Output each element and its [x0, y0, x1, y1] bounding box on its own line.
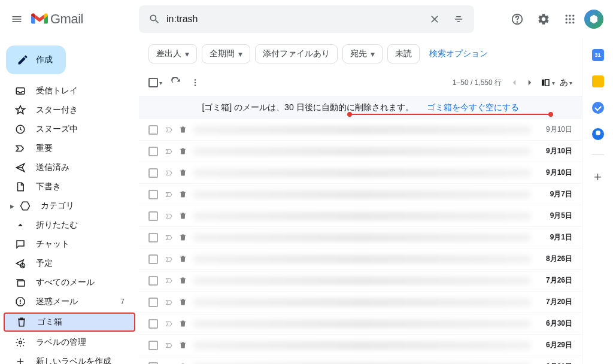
row-checkbox[interactable]: [148, 254, 158, 264]
support-icon[interactable]: [505, 7, 529, 31]
table-row[interactable]: 9月10日: [139, 119, 582, 141]
table-row[interactable]: 9月10日: [139, 141, 582, 162]
calendar-icon[interactable]: [592, 49, 604, 61]
svg-point-15: [20, 304, 21, 304]
spam-icon: [14, 296, 26, 308]
important-marker-icon[interactable]: [165, 298, 174, 307]
next-page-button[interactable]: [524, 77, 535, 88]
row-checkbox[interactable]: [148, 276, 158, 286]
table-row[interactable]: 7月20日: [139, 292, 582, 313]
search-icon[interactable]: [142, 7, 166, 31]
trash-notice: [ゴミ箱] のメールは、30 日後に自動的に削除されます。 ゴミ箱を今すぐ空にす…: [139, 96, 582, 119]
empty-trash-link[interactable]: ゴミ箱を今すぐ空にする: [427, 102, 519, 113]
table-row[interactable]: 6月21日: [139, 356, 582, 364]
important-marker-icon[interactable]: [165, 277, 174, 285]
search-input[interactable]: [166, 14, 423, 25]
filter-attachment[interactable]: 添付ファイルあり: [255, 44, 338, 63]
row-checkbox[interactable]: [148, 298, 158, 307]
compose-button[interactable]: 作成: [6, 46, 66, 74]
row-checkbox[interactable]: [148, 211, 158, 221]
more-button[interactable]: [190, 77, 201, 88]
refresh-button[interactable]: [171, 77, 181, 88]
sidebar-item-allmail[interactable]: すべてのメール: [0, 273, 132, 292]
advanced-search-link[interactable]: 検索オプション: [429, 48, 488, 59]
row-content-redacted: [193, 147, 530, 156]
filter-from[interactable]: 差出人▾: [148, 44, 197, 63]
important-marker-icon[interactable]: [165, 341, 174, 350]
row-content-redacted: [193, 169, 530, 177]
important-marker-icon[interactable]: [165, 212, 174, 220]
sidebar-item-drafts[interactable]: 下書き: [0, 177, 132, 196]
table-row[interactable]: 8月26日: [139, 248, 582, 270]
select-all-checkbox[interactable]: ▾: [148, 78, 162, 87]
sidebar-item-new-label[interactable]: 新しいラベルを作成: [0, 352, 132, 364]
table-row[interactable]: 9月10日: [139, 162, 582, 184]
sidebar-item-snoozed[interactable]: スヌーズ中: [0, 120, 132, 139]
message-list: 9月10日9月10日9月10日9月7日9月5日9月1日8月26日7月26日7月2…: [139, 119, 582, 364]
sidebar-item-inbox[interactable]: 受信トレイ: [0, 81, 132, 101]
filter-to[interactable]: 宛先▾: [342, 44, 383, 63]
table-row[interactable]: 7月26日: [139, 270, 582, 292]
sidebar-item-label: スヌーズ中: [36, 124, 78, 135]
sidebar-item-scheduled[interactable]: 予定: [0, 254, 132, 273]
table-row[interactable]: 6月29日: [139, 335, 582, 356]
important-marker-icon[interactable]: [165, 169, 174, 177]
table-row[interactable]: 9月1日: [139, 227, 582, 248]
svg-point-4: [572, 15, 574, 17]
svg-rect-20: [542, 80, 545, 86]
side-panel: +: [582, 38, 613, 364]
important-marker-icon[interactable]: [165, 320, 174, 328]
input-tool-button[interactable]: あ▾: [560, 77, 572, 88]
row-checkbox[interactable]: [148, 147, 158, 156]
table-row[interactable]: 9月5日: [139, 205, 582, 227]
sidebar-item-spam[interactable]: 迷惑メール7: [0, 292, 132, 311]
sidebar-item-categories[interactable]: ▸カテゴリ: [0, 196, 132, 216]
gmail-logo[interactable]: Gmail: [31, 11, 127, 28]
important-marker-icon[interactable]: [165, 190, 174, 199]
filter-unread[interactable]: 未読: [387, 44, 420, 63]
sidebar-item-chat[interactable]: チャット: [0, 235, 132, 254]
split-pane-toggle[interactable]: ▾: [540, 77, 555, 88]
filter-time[interactable]: 全期間▾: [202, 44, 250, 63]
sidebar-item-manage-labels[interactable]: ラベルの管理: [0, 333, 132, 352]
add-addon-button[interactable]: +: [594, 169, 602, 185]
search-bar[interactable]: [139, 5, 474, 33]
row-checkbox[interactable]: [148, 319, 158, 329]
tag-icon: [19, 200, 31, 212]
clear-search-icon[interactable]: [423, 7, 447, 31]
important-marker-icon[interactable]: [165, 233, 174, 242]
apps-icon[interactable]: [558, 7, 582, 31]
toolbar: ▾ 1–50 / 1,550 行 ▾ あ▾: [139, 69, 582, 96]
row-content-redacted: [193, 255, 530, 263]
row-checkbox[interactable]: [148, 233, 158, 242]
sidebar-item-important[interactable]: 重要: [0, 139, 132, 158]
settings-icon[interactable]: [532, 7, 556, 31]
trash-icon: [178, 211, 187, 220]
sidebar-item-starred[interactable]: スター付き: [0, 101, 132, 120]
row-checkbox[interactable]: [148, 190, 158, 199]
table-row[interactable]: 9月7日: [139, 184, 582, 205]
important-marker-icon[interactable]: [165, 255, 174, 263]
contacts-icon[interactable]: [592, 128, 604, 140]
important-marker-icon[interactable]: [165, 147, 174, 156]
pencil-icon: [17, 54, 29, 66]
account-avatar[interactable]: [584, 10, 603, 29]
search-options-icon[interactable]: [447, 7, 471, 31]
sidebar-item-collapse[interactable]: 折りたたむ: [0, 216, 132, 235]
prev-page-button[interactable]: [509, 77, 520, 88]
row-checkbox[interactable]: [148, 125, 158, 135]
tasks-icon[interactable]: [592, 102, 604, 114]
keep-icon[interactable]: [592, 75, 604, 87]
filter-bar: 差出人▾ 全期間▾ 添付ファイルあり 宛先▾ 未読 検索オプション: [139, 38, 582, 69]
row-checkbox[interactable]: [148, 341, 158, 350]
svg-point-5: [566, 18, 568, 20]
annotation-underline: [350, 114, 551, 115]
trash-icon: [178, 341, 187, 350]
table-row[interactable]: 6月30日: [139, 313, 582, 335]
sidebar-item-trash[interactable]: ゴミ箱: [4, 313, 135, 332]
sidebar-item-sent[interactable]: 送信済み: [0, 158, 132, 177]
row-checkbox[interactable]: [148, 168, 158, 178]
svg-point-16: [19, 341, 22, 344]
important-marker-icon[interactable]: [165, 126, 174, 134]
main-menu-button[interactable]: [5, 7, 29, 31]
